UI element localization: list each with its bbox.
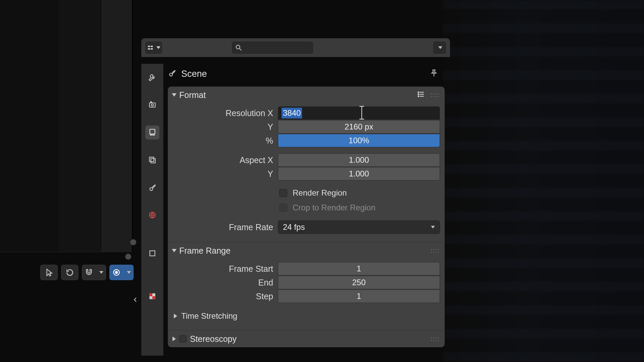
- section-format: Format :::: Resolution X 3840: [168, 87, 445, 242]
- tab-object-icon[interactable]: [145, 246, 159, 260]
- svg-rect-19: [152, 296, 155, 299]
- drag-grip-icon[interactable]: ::::: [431, 247, 440, 254]
- svg-point-6: [236, 45, 240, 49]
- svg-point-26: [418, 96, 419, 97]
- text-cursor-icon: [359, 106, 365, 119]
- frame-rate-select[interactable]: 24 fps: [278, 220, 440, 234]
- svg-point-25: [418, 94, 419, 95]
- subsection-time-stretching-header[interactable]: Time Stretching: [172, 309, 440, 323]
- drag-grip-icon[interactable]: ::::: [431, 335, 440, 343]
- tab-texture-icon[interactable]: [145, 289, 159, 303]
- svg-line-7: [240, 49, 242, 51]
- drag-grip-icon[interactable]: ::::: [431, 92, 440, 99]
- frame-start-label: Frame Start: [172, 264, 273, 274]
- svg-rect-11: [150, 129, 155, 134]
- resolution-x-value: 3840: [282, 108, 302, 118]
- chevron-down-icon: [99, 271, 103, 274]
- svg-point-1: [115, 271, 118, 274]
- chevron-down-icon: [172, 249, 177, 252]
- svg-rect-8: [149, 103, 155, 107]
- section-stereoscopy: Stereoscopy ::::: [168, 330, 445, 347]
- resolution-x-label: Resolution X: [172, 108, 273, 118]
- render-region-checkbox[interactable]: [279, 189, 287, 197]
- aspect-x-label: Aspect X: [172, 155, 273, 165]
- render-region-label: Render Region: [293, 188, 347, 198]
- properties-search-input[interactable]: [231, 41, 314, 54]
- resolution-x-input[interactable]: 3840: [278, 106, 440, 120]
- editor-type-selector[interactable]: [145, 41, 163, 54]
- stereoscopy-enable-checkbox[interactable]: [179, 335, 187, 343]
- crop-region-label: Crop to Render Region: [293, 203, 376, 212]
- frame-end-input[interactable]: 250: [278, 276, 440, 289]
- chevron-down-icon: [438, 46, 442, 49]
- frame-end-label: End: [172, 278, 273, 288]
- resolution-percent-value: 100%: [349, 136, 369, 145]
- chevron-right-icon: [172, 337, 176, 341]
- chevron-right-icon: [174, 314, 177, 318]
- section-frame-range-title: Frame Range: [179, 246, 231, 256]
- frame-step-input[interactable]: 1: [278, 290, 440, 303]
- chevron-down-icon: [430, 226, 435, 228]
- tab-scene-icon[interactable]: [145, 180, 159, 195]
- tab-world-icon[interactable]: [145, 208, 159, 222]
- proportional-edit-button[interactable]: [109, 265, 134, 280]
- collapse-chevron-icon[interactable]: ‹: [134, 293, 137, 305]
- properties-options-button[interactable]: [433, 41, 447, 54]
- cursor-tool-button[interactable]: [40, 265, 58, 280]
- tab-tool-icon[interactable]: [145, 70, 159, 85]
- snap-tool-button[interactable]: [82, 265, 106, 280]
- pin-button[interactable]: [430, 69, 438, 79]
- resolution-y-label: Y: [172, 122, 273, 132]
- resolution-y-input[interactable]: 2160 px: [278, 120, 440, 134]
- properties-tab-bar: [141, 64, 163, 356]
- frame-end-value: 250: [352, 278, 365, 287]
- resolution-y-value: 2160 px: [345, 122, 373, 132]
- frame-step-label: Step: [172, 292, 273, 301]
- background-blur-right: [443, 0, 644, 362]
- tab-viewlayer-icon[interactable]: [145, 153, 159, 167]
- svg-rect-5: [151, 48, 153, 50]
- svg-rect-12: [149, 157, 154, 161]
- aspect-x-input[interactable]: 1.000: [278, 153, 440, 167]
- breadcrumb: Scene: [168, 66, 443, 82]
- properties-panel-body: Format :::: Resolution X 3840: [168, 87, 445, 347]
- svg-rect-18: [149, 293, 152, 296]
- section-format-header[interactable]: Format ::::: [168, 87, 445, 103]
- section-frame-range-header[interactable]: Frame Range ::::: [168, 242, 445, 259]
- tab-output-icon[interactable]: [145, 125, 159, 140]
- chevron-down-icon: [127, 271, 131, 274]
- time-stretching-title: Time Stretching: [181, 311, 237, 321]
- svg-rect-2: [148, 46, 150, 47]
- crop-region-checkbox[interactable]: [279, 204, 287, 212]
- svg-rect-13: [151, 159, 155, 163]
- preset-list-icon[interactable]: [417, 90, 425, 100]
- aspect-y-value: 1.000: [349, 169, 369, 178]
- frame-start-input[interactable]: 1: [278, 262, 440, 275]
- chevron-down-icon: [172, 93, 177, 97]
- section-frame-range: Frame Range :::: Frame Start 1 End 250 S…: [168, 242, 445, 330]
- aspect-y-label: Y: [172, 169, 273, 179]
- frame-rate-value: 24 fps: [283, 222, 305, 232]
- chevron-down-icon: [156, 46, 160, 49]
- svg-rect-16: [150, 251, 155, 256]
- aspect-y-input[interactable]: 1.000: [278, 167, 440, 180]
- splitter-handle-icon[interactable]: [125, 254, 131, 260]
- timeline-header-toolbar: [40, 264, 134, 281]
- search-icon: [235, 44, 242, 51]
- section-stereoscopy-header[interactable]: Stereoscopy ::::: [168, 330, 445, 347]
- resolution-percent-label: %: [172, 136, 273, 146]
- section-stereoscopy-title: Stereoscopy: [190, 334, 237, 344]
- svg-point-9: [151, 104, 153, 106]
- splitter-handle-icon[interactable]: [130, 239, 136, 245]
- frame-step-value: 1: [357, 292, 361, 301]
- section-format-title: Format: [179, 90, 206, 100]
- tab-render-icon[interactable]: [145, 98, 159, 112]
- properties-header: [141, 38, 450, 57]
- rotate-tool-button[interactable]: [61, 265, 79, 280]
- svg-rect-4: [148, 48, 150, 50]
- app-root: ‹ Scene: [0, 0, 644, 362]
- resolution-percent-slider[interactable]: 100%: [278, 134, 440, 147]
- frame-start-value: 1: [357, 264, 361, 273]
- scene-icon: [168, 69, 177, 79]
- svg-point-24: [418, 92, 419, 93]
